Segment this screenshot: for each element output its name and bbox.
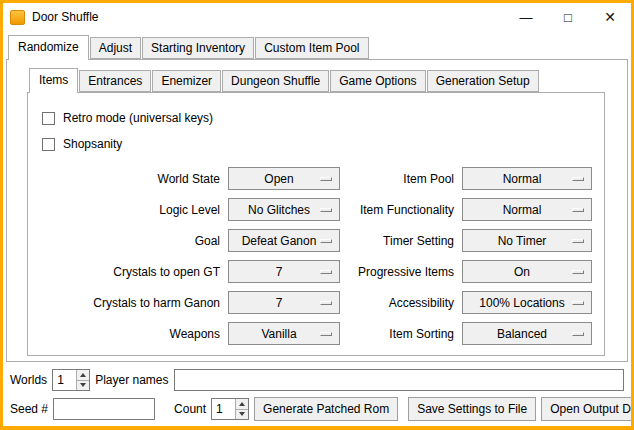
crystals-open-gt-label: Crystals to open GT <box>40 265 220 279</box>
tab-randomize[interactable]: Randomize <box>8 35 89 60</box>
player-names-input[interactable] <box>174 369 625 391</box>
dropdown-indicator-icon <box>572 332 584 336</box>
tab-items[interactable]: Items <box>29 68 78 93</box>
titlebar: Door Shuffle — □ ✕ <box>3 3 631 31</box>
dropdown-value: No Timer <box>498 234 557 248</box>
spin-down-icon[interactable] <box>236 409 248 420</box>
dropdown-value: 100% Locations <box>479 296 574 310</box>
crystals-harm-ganon-label: Crystals to harm Ganon <box>40 296 220 310</box>
worlds-spinner[interactable]: 1 <box>52 369 90 391</box>
count-spinner[interactable]: 1 <box>211 398 249 420</box>
minimize-icon: — <box>520 10 533 25</box>
tab-game-options[interactable]: Game Options <box>330 70 425 92</box>
window-body: Randomize Adjust Starting Inventory Cust… <box>3 31 631 426</box>
worlds-spinner-buttons <box>76 370 89 390</box>
dropdown-value: 7 <box>276 265 293 279</box>
crystals-open-gt-dropdown[interactable]: 7 <box>228 260 340 283</box>
retro-mode-checkbox[interactable] <box>42 112 55 125</box>
count-value: 1 <box>212 399 235 419</box>
spin-down-icon[interactable] <box>77 380 89 391</box>
retro-mode-row: Retro mode (universal keys) <box>42 109 592 127</box>
app-icon <box>10 10 25 25</box>
tab-dungeon-shuffle[interactable]: Dungeon Shuffle <box>222 70 329 92</box>
retro-mode-label: Retro mode (universal keys) <box>63 111 213 125</box>
dropdown-indicator-icon <box>572 270 584 274</box>
maximize-button[interactable]: □ <box>547 3 589 31</box>
spin-up-icon[interactable] <box>236 399 248 409</box>
dropdown-indicator-icon <box>320 208 332 212</box>
timer-setting-dropdown[interactable]: No Timer <box>462 229 592 252</box>
item-pool-label: Item Pool <box>348 172 454 186</box>
sub-tab-bar: Items Entrances Enemizer Dungeon Shuffle… <box>27 68 605 92</box>
item-functionality-dropdown[interactable]: Normal <box>462 198 592 221</box>
dropdown-value: Open <box>264 172 303 186</box>
spin-up-icon[interactable] <box>77 370 89 380</box>
minimize-button[interactable]: — <box>505 3 547 31</box>
tab-starting-inventory[interactable]: Starting Inventory <box>142 37 254 59</box>
seed-input[interactable] <box>53 398 155 420</box>
dropdown-value: Normal <box>503 203 552 217</box>
world-state-label: World State <box>40 172 220 186</box>
count-label: Count <box>174 402 206 416</box>
tab-enemizer[interactable]: Enemizer <box>152 70 221 92</box>
window: Door Shuffle — □ ✕ Randomize Adjust Star… <box>0 0 634 430</box>
dropdown-indicator-icon <box>572 208 584 212</box>
worlds-value: 1 <box>53 370 76 390</box>
worlds-row: Worlds 1 Player names <box>10 368 624 392</box>
dropdown-value: Defeat Ganon <box>242 234 327 248</box>
dropdown-value: Balanced <box>497 327 557 341</box>
dropdown-value: Normal <box>503 172 552 186</box>
randomize-pane: Items Entrances Enemizer Dungeon Shuffle… <box>6 59 628 362</box>
dropdown-value: 7 <box>276 296 293 310</box>
crystals-harm-ganon-dropdown[interactable]: 7 <box>228 291 340 314</box>
dropdown-value: Vanilla <box>261 327 306 341</box>
maximize-icon: □ <box>564 10 572 25</box>
dropdown-indicator-icon <box>320 239 332 243</box>
dropdown-indicator-icon <box>320 177 332 181</box>
accessibility-label: Accessibility <box>348 296 454 310</box>
dropdown-indicator-icon <box>572 239 584 243</box>
progressive-items-label: Progressive Items <box>348 265 454 279</box>
tab-entrances[interactable]: Entrances <box>79 70 151 92</box>
dropdown-indicator-icon <box>320 270 332 274</box>
dropdown-value: On <box>514 265 540 279</box>
item-sorting-label: Item Sorting <box>348 327 454 341</box>
close-button[interactable]: ✕ <box>589 3 631 31</box>
shopsanity-row: Shopsanity <box>42 135 592 153</box>
logic-level-dropdown[interactable]: No Glitches <box>228 198 340 221</box>
settings-grid: World State Open Item Pool Normal Logic … <box>40 167 592 345</box>
open-output-directory-button[interactable]: Open Output Directory <box>541 397 634 421</box>
weapons-dropdown[interactable]: Vanilla <box>228 322 340 345</box>
player-names-label: Player names <box>95 373 168 387</box>
world-state-dropdown[interactable]: Open <box>228 167 340 190</box>
tab-generation-setup[interactable]: Generation Setup <box>427 70 539 92</box>
seed-row: Seed # Count 1 Generate Patched Rom Save… <box>10 397 624 421</box>
save-settings-button[interactable]: Save Settings to File <box>408 397 536 421</box>
dropdown-indicator-icon <box>320 301 332 305</box>
item-pool-dropdown[interactable]: Normal <box>462 167 592 190</box>
item-functionality-label: Item Functionality <box>348 203 454 217</box>
generate-patched-rom-button[interactable]: Generate Patched Rom <box>254 397 398 421</box>
item-sorting-dropdown[interactable]: Balanced <box>462 322 592 345</box>
window-controls: — □ ✕ <box>505 3 631 31</box>
dropdown-value: No Glitches <box>248 203 320 217</box>
goal-label: Goal <box>40 234 220 248</box>
seed-label: Seed # <box>10 402 48 416</box>
timer-setting-label: Timer Setting <box>348 234 454 248</box>
tab-custom-item-pool[interactable]: Custom Item Pool <box>255 37 368 59</box>
dropdown-indicator-icon <box>572 301 584 305</box>
window-title: Door Shuffle <box>32 10 99 24</box>
accessibility-dropdown[interactable]: 100% Locations <box>462 291 592 314</box>
shopsanity-checkbox[interactable] <box>42 138 55 151</box>
dropdown-indicator-icon <box>572 177 584 181</box>
main-tab-bar: Randomize Adjust Starting Inventory Cust… <box>6 35 628 59</box>
progressive-items-dropdown[interactable]: On <box>462 260 592 283</box>
close-icon: ✕ <box>604 9 616 25</box>
tab-adjust[interactable]: Adjust <box>90 37 141 59</box>
dropdown-indicator-icon <box>320 332 332 336</box>
count-spinner-buttons <box>235 399 248 419</box>
items-pane: Retro mode (universal keys) Shopsanity W… <box>27 92 605 356</box>
weapons-label: Weapons <box>40 327 220 341</box>
logic-level-label: Logic Level <box>40 203 220 217</box>
goal-dropdown[interactable]: Defeat Ganon <box>228 229 340 252</box>
